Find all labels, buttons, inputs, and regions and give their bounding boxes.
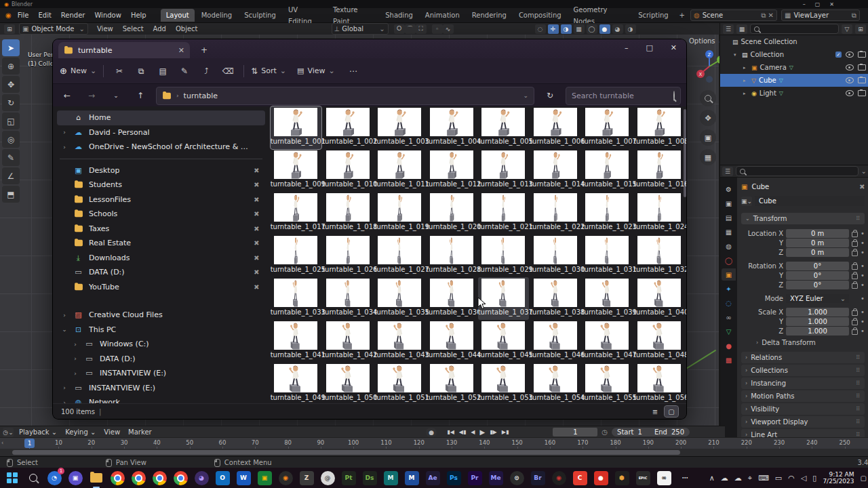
refresh-icon[interactable]: ↻	[541, 87, 559, 104]
shading-solid-icon[interactable]: ●	[599, 24, 610, 34]
lock-icon[interactable]	[852, 264, 858, 270]
disable-render-icon[interactable]	[858, 77, 866, 83]
hide-viewport-icon[interactable]	[846, 52, 854, 58]
physics-tab[interactable]: ◌	[722, 297, 736, 309]
taskbar-spiral-app[interactable]: @	[319, 470, 336, 486]
file-item[interactable]: turntable_1_023	[582, 192, 633, 235]
animate-dot-icon[interactable]: •	[861, 281, 865, 289]
shading-rendered-icon[interactable]: ◑	[625, 24, 636, 34]
field-value[interactable]: 1.000	[786, 317, 849, 326]
sidebar-item-creative-cloud-files[interactable]: ›▨Creative Cloud Files	[53, 308, 269, 323]
disclosure-icon[interactable]: ▾	[734, 52, 739, 58]
animate-dot-icon[interactable]: •	[861, 262, 865, 270]
lock-icon[interactable]	[852, 320, 858, 325]
sidebar-item-instantview-e-[interactable]: ›▭INSTANTVIEW (E:)	[53, 381, 269, 396]
file-item[interactable]: turntable_1_028	[426, 235, 477, 277]
animate-dot-icon[interactable]: •	[861, 249, 865, 256]
taskbar-bridge[interactable]: Br	[530, 470, 546, 486]
workspace-tab-compositing[interactable]: Compositing	[513, 9, 567, 22]
file-item[interactable]: turntable_1_025	[271, 235, 321, 277]
auto-keying-icon[interactable]: ●	[426, 428, 437, 437]
modifiers-tab[interactable]: ✦	[722, 283, 736, 295]
lock-icon[interactable]	[852, 251, 858, 256]
pivot-point-icon[interactable]: ⭘	[394, 24, 405, 34]
explorer-maximize-button[interactable]: □	[646, 43, 652, 52]
address-box[interactable]: › turntable ⌄	[156, 87, 534, 105]
outliner-row-camera[interactable]: ▸▣Camera▽	[720, 61, 868, 74]
measure-tool[interactable]: ∠	[2, 167, 20, 184]
file-item[interactable]: turntable_1_024	[633, 192, 684, 235]
taskbar-after-effects[interactable]: Ae	[425, 470, 441, 486]
taskbar-hive[interactable]: ⬢	[614, 470, 630, 486]
proportional-edit-icon[interactable]: ◦	[432, 24, 443, 34]
file-item[interactable]: turntable_1_044	[426, 320, 477, 363]
menubar-item-window[interactable]: Window	[90, 9, 125, 22]
chevron-icon[interactable]: ›	[61, 144, 68, 150]
mode-dropdown[interactable]: ▣Object Mode⌄	[19, 23, 88, 35]
timeline-collapse-icon[interactable]: ‹	[1, 440, 3, 446]
sidebar-item-students[interactable]: Students✚	[53, 178, 269, 192]
lock-icon[interactable]	[852, 274, 858, 279]
file-item[interactable]: turntable_1_050	[322, 363, 373, 405]
field-value[interactable]: 0°	[786, 281, 849, 289]
file-item[interactable]: turntable_1_001	[271, 106, 321, 149]
tray-chevron-icon[interactable]: ∧	[709, 474, 715, 483]
field-value[interactable]: 0 m	[786, 229, 849, 238]
file-item[interactable]: turntable_1_026	[322, 235, 373, 277]
viewport-menu-add[interactable]: Add	[149, 22, 171, 36]
chevron-icon[interactable]: ›	[72, 370, 79, 377]
workspace-tab-modeling[interactable]: Modeling	[196, 9, 238, 22]
file-item[interactable]: turntable_1_030	[530, 235, 580, 277]
texture-tab[interactable]: ▩	[722, 354, 736, 366]
workspace-tab-animation[interactable]: Animation	[420, 9, 465, 22]
disclosure-icon[interactable]: ▸	[743, 78, 749, 83]
explorer-close-button[interactable]: ✕	[671, 43, 677, 52]
shading-wireframe-icon[interactable]: ◯	[587, 24, 597, 34]
file-item[interactable]: turntable_1_014	[530, 149, 580, 192]
file-item[interactable]: turntable_1_046	[530, 320, 580, 363]
window-close-button[interactable]: ✕	[829, 1, 834, 7]
file-item[interactable]: turntable_1_051	[374, 363, 425, 405]
onedrive-icon[interactable]: ☁	[734, 474, 742, 483]
lock-icon[interactable]	[852, 310, 858, 316]
taskbar-zbrush[interactable]: Z	[298, 470, 315, 486]
file-item[interactable]: turntable_1_029	[478, 235, 529, 277]
outliner-row-cube[interactable]: ▸▽Cube▽	[720, 74, 868, 87]
file-item[interactable]: turntable_1_008	[633, 106, 684, 149]
taskbar-camera-app[interactable]: ▣	[67, 470, 83, 486]
section-visibility[interactable]: ›Visibility⠿	[741, 403, 865, 415]
taskbar-media-encoder[interactable]: Me	[488, 470, 504, 486]
timeline-scrollbar[interactable]	[12, 450, 680, 455]
battery-icon[interactable]: ▯	[812, 474, 816, 483]
workspace-tab-sculpting[interactable]: Sculpting	[239, 9, 281, 22]
disable-render-icon[interactable]	[858, 52, 866, 58]
move-tool[interactable]: ✥	[2, 76, 20, 93]
file-item[interactable]: turntable_1_021	[478, 192, 529, 235]
file-item[interactable]: turntable_1_017	[271, 192, 321, 235]
lock-icon[interactable]	[852, 329, 858, 335]
new-collection-icon[interactable]: ⊞	[855, 24, 866, 34]
outliner-row-collection[interactable]: ▾▤Collection✓	[720, 48, 868, 61]
lock-icon[interactable]	[852, 232, 858, 237]
animate-dot-icon[interactable]: •	[861, 230, 865, 237]
copy-icon[interactable]: ⧉	[132, 62, 150, 80]
file-item[interactable]: turntable_1_004	[426, 106, 477, 149]
current-frame-field[interactable]: 1	[553, 428, 597, 436]
sidebar-item-lessonfiles[interactable]: LessonFiles✚	[53, 192, 269, 207]
new-button[interactable]: ⊕New⌄	[60, 66, 96, 76]
sidebar-item-real-estate[interactable]: Real Estate✚	[53, 236, 269, 251]
sidebar-item-desktop[interactable]: ▣Desktop✚	[53, 163, 269, 178]
chevron-icon[interactable]: ›	[61, 312, 68, 319]
file-item[interactable]: turntable_1_005	[478, 106, 529, 149]
sort-button[interactable]: ⇅Sort⌄	[251, 66, 286, 76]
file-item[interactable]: turntable_1_047	[582, 320, 633, 363]
section-motion-paths[interactable]: ›Motion Paths⠿	[741, 390, 865, 402]
tool-options-dropdown[interactable]: Options⌄	[689, 37, 724, 45]
taskbar-photoshop[interactable]: Ps	[446, 470, 462, 486]
keyboard-icon[interactable]: ⌨	[758, 474, 769, 483]
taskbar-blender-app[interactable]: ◉	[277, 470, 294, 486]
sidebar-item-david-personal[interactable]: ›☁David - Personal	[53, 125, 269, 140]
taskbar-substance-painter[interactable]: Pt	[340, 470, 357, 486]
scene-selector[interactable]: ◍ Scene ⧉ ✕	[690, 9, 777, 21]
properties-options-icon[interactable]: ⌄	[861, 167, 867, 175]
